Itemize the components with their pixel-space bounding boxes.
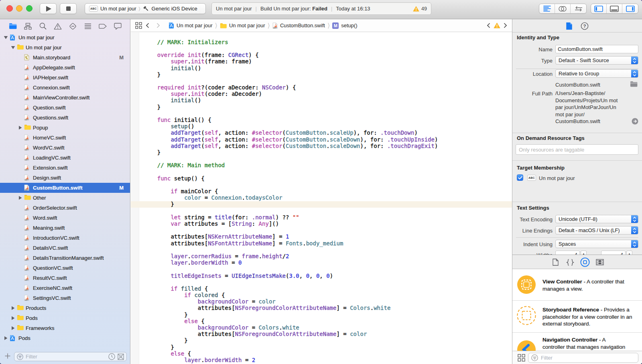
warning-counter[interactable]: 49: [413, 6, 427, 12]
tree-row-un-mot-par-jour[interactable]: Un mot par jour: [0, 32, 130, 42]
code-line[interactable]: }: [144, 337, 512, 344]
code-line[interactable]: backgroundColor = Colors.white: [144, 324, 512, 331]
related-items-icon[interactable]: [135, 22, 142, 29]
object-library-tab[interactable]: [580, 257, 590, 267]
issue-navigator-icon[interactable]: [54, 22, 62, 30]
previous-issue-button[interactable]: [487, 23, 490, 28]
code-line[interactable]: [144, 110, 512, 117]
target-checkbox[interactable]: [517, 174, 523, 181]
disclosure-triangle-open[interactable]: [10, 46, 15, 49]
code-line[interactable]: [144, 279, 512, 285]
code-line[interactable]: setup(): [144, 123, 512, 129]
tree-row-homevc-swift[interactable]: SWIFTHomeVC.swift: [0, 133, 130, 143]
code-line[interactable]: func setup() {: [144, 175, 512, 182]
code-line[interactable]: titleEdgeInsets = UIEdgeInsetsMake(3.0, …: [144, 273, 512, 279]
toggle-inspector-button[interactable]: [622, 4, 638, 13]
line-endings-dropdown[interactable]: Default - macOS / Unix (LF): [555, 226, 638, 235]
tree-row-appdelegate-swift[interactable]: SWIFTAppDelegate.swift: [0, 63, 130, 73]
open-arrow-icon[interactable]: [632, 118, 638, 125]
resource-tags-input[interactable]: [519, 147, 635, 153]
type-dropdown[interactable]: Default - Swift Source: [555, 56, 638, 65]
tree-row-detailsvc-swift[interactable]: SWIFTDetailsVC.swift: [0, 243, 130, 253]
code-line[interactable]: attributes[NSKernAttributeName] = 1: [144, 233, 512, 240]
library-item-navigation-controller[interactable]: Navigation Controller - A controller tha…: [512, 333, 642, 351]
file-template-library-tab[interactable]: [551, 257, 560, 267]
code-line[interactable]: if colored {: [144, 292, 512, 298]
code-area[interactable]: // MARK: Initializers override init(fram…: [131, 32, 512, 364]
disclosure-triangle-closed[interactable]: [3, 336, 8, 340]
tree-row-frameworks[interactable]: Frameworks: [0, 323, 130, 333]
navigator-filter-field[interactable]: [14, 352, 127, 361]
code-line[interactable]: [144, 266, 512, 272]
tree-row-custombutton-swift[interactable]: SWIFTCustomButton.swiftM: [0, 183, 130, 193]
code-line[interactable]: addTarget(self, action: #selector(Custom…: [144, 143, 512, 149]
code-line[interactable]: if filled {: [144, 285, 512, 292]
code-line[interactable]: if mainColor {: [144, 188, 512, 194]
name-field[interactable]: [555, 45, 638, 53]
library-item-storyboard-reference[interactable]: Storyboard Reference - Provides a placeh…: [512, 301, 642, 332]
next-issue-button[interactable]: [504, 23, 507, 28]
folder-locate-icon[interactable]: [630, 81, 638, 87]
code-line[interactable]: color = Connexion.todaysColor: [144, 194, 512, 201]
library-filter-input[interactable]: [541, 355, 635, 361]
zoom-window-button[interactable]: [26, 5, 33, 12]
tree-row-introductionvc-swift[interactable]: SWIFTIntroductionVC.swift: [0, 233, 130, 243]
code-line[interactable]: attributes[NSFontAttributeName] = Fonts.…: [144, 240, 512, 247]
disclosure-triangle-open[interactable]: [3, 36, 8, 39]
tree-row-settingsvc-swift[interactable]: SWIFTSettingsVC.swift: [0, 293, 130, 303]
run-button[interactable]: [40, 3, 57, 14]
add-button[interactable]: [5, 353, 10, 359]
indent-width-stepper[interactable]: 4 ▲▼: [601, 251, 632, 255]
code-line[interactable]: }: [144, 149, 512, 156]
code-line[interactable]: initial(): [144, 97, 512, 103]
toggle-debug-area-button[interactable]: [607, 4, 622, 13]
indent-width-value[interactable]: 4: [601, 251, 626, 255]
resource-tags-field[interactable]: [516, 144, 638, 155]
code-line[interactable]: layer.cornerRadius = frame.height/2: [144, 253, 512, 259]
tree-row-mainviewcontroller-swift[interactable]: SWIFTMainViewController.swift: [0, 93, 130, 103]
tree-row-wordvc-swift[interactable]: SWIFTWordVC.swift: [0, 143, 130, 153]
go-back-button[interactable]: [142, 23, 153, 28]
code-line[interactable]: override init(frame: CGRect) {: [144, 52, 512, 58]
tree-row-pods[interactable]: Pods: [0, 333, 130, 343]
assistant-editor-button[interactable]: [555, 4, 571, 13]
breadcrumb-item-3[interactable]: SWIFTCustomButton.swift: [272, 22, 325, 29]
code-line[interactable]: }: [144, 71, 512, 78]
tab-width-stepper[interactable]: 4 ▲▼: [555, 251, 587, 255]
recents-clock-icon[interactable]: [108, 353, 115, 360]
quick-help-tab[interactable]: ?: [581, 22, 589, 30]
code-line[interactable]: attributes[NSForegroundColorAttributeNam…: [144, 305, 512, 311]
version-editor-button[interactable]: [571, 4, 586, 13]
disclosure-triangle-closed[interactable]: [10, 306, 15, 310]
code-line[interactable]: var attributes = [String: Any](): [144, 220, 512, 227]
code-line[interactable]: addTarget(self, action: #selector(Custom…: [144, 136, 512, 143]
go-forward-button[interactable]: [153, 23, 164, 28]
code-line[interactable]: }: [144, 104, 512, 110]
toggle-navigator-button[interactable]: [591, 4, 607, 13]
tab-width-value[interactable]: 4: [555, 251, 580, 255]
scheme-selector[interactable]: ABC Un mot par jour 〉 Generic iOS Device: [85, 3, 206, 14]
code-line[interactable]: [144, 169, 512, 175]
name-input[interactable]: [558, 46, 636, 52]
code-line[interactable]: }: [144, 311, 512, 318]
code-line[interactable]: [144, 208, 512, 214]
tree-row-products[interactable]: Products: [0, 303, 130, 313]
disclosure-triangle-closed[interactable]: [18, 125, 22, 130]
tree-row-design-swift[interactable]: SWIFTDesign.swift: [0, 173, 130, 183]
tree-row-connexion-swift[interactable]: SWIFTConnexion.swift: [0, 83, 130, 93]
close-window-button[interactable]: [6, 5, 13, 12]
code-line[interactable]: [144, 156, 512, 162]
code-line[interactable]: let string = title(for: .normal) ?? "": [144, 214, 512, 220]
tree-row-resultvc-swift[interactable]: SWIFTResultVC.swift: [0, 273, 130, 283]
code-line[interactable]: }: [144, 201, 512, 207]
report-navigator-icon[interactable]: [114, 22, 122, 30]
navigator-filter-input[interactable]: [26, 354, 106, 360]
code-line[interactable]: attributes[NSForegroundColorAttributeNam…: [144, 331, 512, 337]
breadcrumb-item-4[interactable]: Msetup(): [332, 22, 357, 29]
breadcrumb-item-1[interactable]: Un mot par jour: [169, 22, 213, 29]
code-line[interactable]: layer.borderWidth = 0: [144, 259, 512, 266]
code-line[interactable]: // MARK: Initializers: [144, 39, 512, 45]
tree-row-questionvc-swift[interactable]: SWIFTQuestionVC.swift: [0, 263, 130, 273]
text-encoding-dropdown[interactable]: Unicode (UTF-8): [555, 215, 638, 223]
disclosure-triangle-closed[interactable]: [18, 196, 22, 200]
